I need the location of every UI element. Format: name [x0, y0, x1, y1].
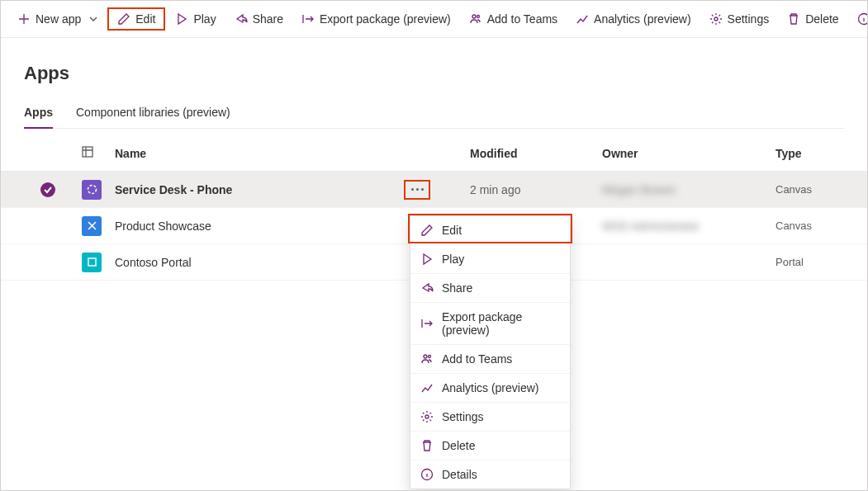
col-modified[interactable]: Modified: [470, 147, 602, 160]
column-chooser-icon[interactable]: [82, 146, 115, 160]
chart-icon: [576, 12, 589, 26]
app-modified: 2 min ago: [470, 183, 602, 196]
table-row[interactable]: Service Desk - Phone 2 min ago Megan Bow…: [1, 172, 867, 208]
app-type: Canvas: [776, 183, 858, 196]
gear-icon: [709, 12, 723, 26]
ellipsis-icon: [411, 188, 424, 191]
export-label: Export package (preview): [320, 12, 451, 26]
ctx-details[interactable]: Details: [410, 460, 570, 489]
delete-button[interactable]: Delete: [779, 9, 847, 29]
app-name: Contoso Portal: [115, 256, 404, 269]
col-type[interactable]: Type: [776, 147, 858, 160]
svg-point-5: [88, 186, 96, 194]
svg-point-9: [425, 415, 429, 418]
ctx-delete[interactable]: Delete: [410, 432, 570, 460]
ctx-edit[interactable]: Edit: [410, 216, 570, 245]
add-teams-button[interactable]: Add to Teams: [461, 9, 566, 29]
plus-icon: [17, 12, 31, 26]
ctx-details-label: Details: [442, 468, 477, 481]
share-icon: [235, 12, 248, 26]
play-icon: [175, 12, 188, 26]
new-app-label: New app: [36, 12, 81, 26]
ctx-add-teams[interactable]: Add to Teams: [410, 345, 570, 374]
analytics-label: Analytics (preview): [594, 12, 690, 26]
grid-header: Name Modified Owner Type: [1, 135, 867, 172]
app-owner: Megan Bowen: [602, 183, 776, 196]
export-icon: [420, 317, 434, 330]
share-button[interactable]: Share: [226, 9, 292, 29]
ctx-analytics[interactable]: Analytics (preview): [410, 374, 570, 403]
svg-point-0: [472, 15, 476, 18]
ctx-add-teams-label: Add to Teams: [442, 352, 512, 366]
svg-rect-4: [83, 147, 92, 157]
info-icon: [857, 12, 868, 26]
command-bar: New app Edit Play Share Export package (…: [1, 1, 867, 38]
svg-point-8: [429, 356, 431, 358]
context-menu: Edit Play Share Export package (preview)…: [410, 215, 571, 489]
gear-icon: [420, 410, 434, 423]
settings-button[interactable]: Settings: [701, 9, 778, 29]
play-button[interactable]: Play: [167, 9, 224, 29]
svg-point-7: [424, 355, 427, 358]
new-app-button[interactable]: New app: [9, 9, 106, 29]
svg-point-1: [477, 16, 479, 18]
pencil-icon: [117, 12, 130, 26]
app-type: Canvas: [776, 220, 858, 232]
ctx-play[interactable]: Play: [410, 245, 570, 274]
delete-label: Delete: [805, 12, 838, 26]
tab-apps[interactable]: Apps: [24, 99, 53, 129]
ctx-delete-label: Delete: [442, 439, 475, 452]
analytics-button[interactable]: Analytics (preview): [567, 9, 699, 29]
row-more-button[interactable]: [404, 180, 430, 200]
play-icon: [420, 253, 434, 266]
ctx-share-label: Share: [442, 281, 472, 295]
chart-icon: [420, 381, 434, 394]
edit-label: Edit: [135, 12, 155, 26]
teams-icon: [469, 12, 482, 26]
col-owner[interactable]: Owner: [602, 147, 776, 160]
ctx-settings-label: Settings: [442, 410, 484, 423]
trash-icon: [787, 12, 800, 26]
col-name[interactable]: Name: [115, 147, 404, 160]
edit-button[interactable]: Edit: [107, 7, 165, 31]
tab-components[interactable]: Component libraries (preview): [76, 99, 230, 128]
svg-point-2: [714, 17, 718, 21]
details-button[interactable]: Details: [849, 9, 868, 29]
svg-rect-6: [88, 258, 96, 266]
teams-icon: [420, 352, 434, 366]
row-selected-check-icon[interactable]: [40, 182, 55, 197]
info-icon: [420, 468, 434, 481]
app-frame: New app Edit Play Share Export package (…: [0, 0, 868, 491]
ctx-share[interactable]: Share: [410, 274, 570, 303]
add-teams-label: Add to Teams: [487, 12, 557, 26]
app-icon: [82, 253, 102, 272]
page-title: Apps: [24, 63, 844, 84]
pencil-icon: [420, 224, 434, 237]
app-icon: [82, 216, 102, 236]
play-label: Play: [193, 12, 216, 26]
ctx-analytics-label: Analytics (preview): [442, 381, 538, 394]
ctx-play-label: Play: [442, 253, 464, 266]
ctx-export[interactable]: Export package (preview): [410, 303, 570, 345]
app-type: Portal: [776, 256, 858, 268]
app-name: Product Showcase: [115, 220, 404, 233]
ctx-export-label: Export package (preview): [442, 310, 560, 337]
tabs: Apps Component libraries (preview): [24, 99, 844, 129]
ctx-edit-label: Edit: [442, 224, 462, 237]
chevron-down-icon: [89, 12, 97, 26]
app-owner: MOD Administrator: [602, 220, 776, 233]
app-name: Service Desk - Phone: [115, 183, 404, 196]
export-button[interactable]: Export package (preview): [293, 9, 459, 29]
ctx-settings[interactable]: Settings: [410, 403, 570, 432]
export-icon: [301, 12, 315, 26]
share-label: Share: [253, 12, 283, 26]
app-icon: [82, 180, 102, 200]
share-icon: [420, 281, 434, 295]
settings-label: Settings: [728, 12, 770, 26]
trash-icon: [420, 439, 434, 452]
